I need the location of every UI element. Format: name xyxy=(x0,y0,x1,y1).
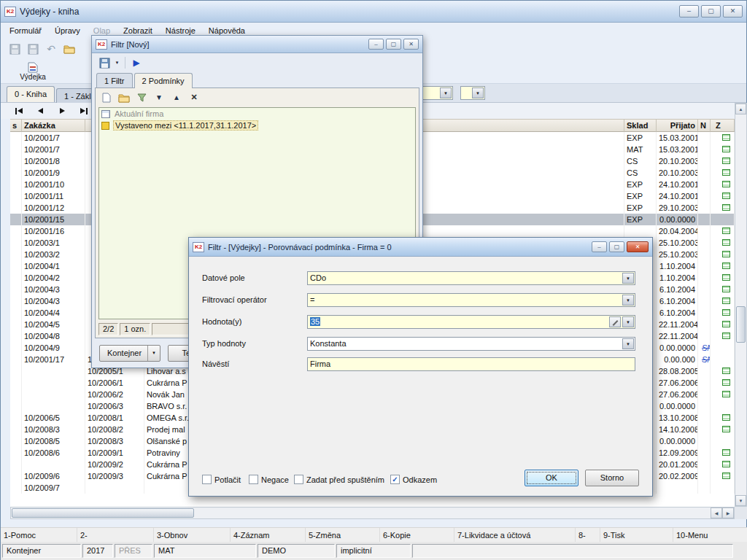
checkbox-negace[interactable]: Negace xyxy=(249,475,289,484)
save-filter-button[interactable] xyxy=(96,55,112,70)
cell-sklad: EXP xyxy=(624,132,657,144)
cell-s xyxy=(10,389,22,400)
nav-first-button[interactable] xyxy=(9,105,27,117)
operator-combo[interactable]: = ▼ xyxy=(307,293,635,307)
maximize-button[interactable]: ▢ xyxy=(386,39,401,50)
run-filter-button[interactable]: ▶ xyxy=(128,55,144,70)
column-header-zakazka[interactable]: Zakázka xyxy=(22,119,85,132)
minimize-button[interactable]: – xyxy=(592,241,607,252)
fkey-7[interactable]: 7-Likvidace a účtová xyxy=(454,528,576,542)
delete-condition-button[interactable]: ✕ xyxy=(186,90,202,105)
checkbox-zadat-pred-spustenim[interactable]: Zadat před spuštěním xyxy=(294,475,384,484)
save-all-button[interactable] xyxy=(25,42,41,56)
edit-value-button[interactable] xyxy=(609,316,621,327)
move-up-button[interactable]: ▲ xyxy=(169,90,185,105)
record-flag-icon xyxy=(722,158,730,164)
scrollbar-thumb[interactable] xyxy=(736,306,746,343)
cell-s xyxy=(10,190,22,202)
close-button[interactable]: ✕ xyxy=(403,39,419,50)
record-flag-icon xyxy=(722,274,730,281)
fkey-8[interactable]: 8- xyxy=(576,528,600,542)
condition-item[interactable]: Aktuální firma xyxy=(99,108,415,120)
scroll-up-button[interactable]: ▲ xyxy=(735,104,746,114)
chevron-down-icon[interactable]: ▼ xyxy=(622,295,634,306)
fkey-6[interactable]: 6-Kopie xyxy=(380,528,454,542)
cell-doklad: 10/2006/1 xyxy=(85,377,144,389)
minimize-button[interactable]: – xyxy=(368,39,384,50)
save-dropdown-button[interactable]: ▼ xyxy=(112,55,122,70)
column-header-prijato[interactable]: Přijato xyxy=(657,119,698,132)
chevron-down-icon[interactable]: ▼ xyxy=(147,346,156,361)
horizontal-scrollbar[interactable]: ◀ ▶ xyxy=(10,507,735,519)
tab-podminky[interactable]: 2 Podmínky xyxy=(134,73,193,88)
fkey-4[interactable]: 4-Záznam xyxy=(231,528,306,542)
statusbar-firma: DEMO xyxy=(258,544,335,558)
column-header-z[interactable]: Z xyxy=(711,119,735,132)
cell-zakazka: 10/2001/11 xyxy=(22,190,85,202)
chevron-down-icon[interactable]: ▼ xyxy=(622,273,634,284)
navesti-input[interactable]: Firma xyxy=(307,357,635,371)
hodnota-input[interactable]: 35 ▼ xyxy=(307,315,635,329)
storno-button[interactable]: Storno xyxy=(585,470,639,486)
chevron-down-icon: ▼ xyxy=(115,61,120,65)
scroll-left-button[interactable]: ◀ xyxy=(711,508,722,518)
fkey-9[interactable]: 9-Tisk xyxy=(600,528,673,542)
cell-prijato: 6.10.2004 xyxy=(657,295,698,307)
chevron-down-icon[interactable]: ▼ xyxy=(440,88,452,98)
tab-kniha[interactable]: 0 - Kniha xyxy=(7,86,55,102)
maximize-button[interactable]: ▢ xyxy=(701,5,721,18)
column-header-s[interactable]: s xyxy=(10,119,22,132)
open-condition-button[interactable] xyxy=(116,90,132,105)
vertical-scrollbar[interactable]: ▲ ▼ xyxy=(735,103,747,507)
checkbox-odkazem[interactable]: ✓Odkazem xyxy=(390,475,437,484)
nav-next-button[interactable] xyxy=(53,105,71,117)
datove-pole-combo[interactable]: CDo ▼ xyxy=(307,271,635,285)
close-button[interactable]: ✕ xyxy=(627,241,649,252)
chevron-down-icon[interactable]: ▼ xyxy=(472,88,484,98)
nav-last-button[interactable] xyxy=(75,105,93,117)
nav-prev-button[interactable] xyxy=(31,105,49,117)
maximize-button[interactable]: ▢ xyxy=(609,241,624,252)
cell-n: SN xyxy=(698,354,711,365)
column-header-n[interactable]: N xyxy=(698,119,711,132)
chevron-down-icon[interactable]: ▼ xyxy=(622,316,634,327)
menu-item-formular[interactable]: Formulář xyxy=(3,24,48,37)
tab-filtr[interactable]: 1 Filtr xyxy=(96,73,133,88)
condition-item[interactable]: Vystaveno mezi <11.1.2017,31.1.2017> xyxy=(99,120,415,131)
kontejner-button[interactable]: Kontejner ▼ xyxy=(99,345,160,362)
typ-hodnoty-combo[interactable]: Konstanta ▼ xyxy=(307,337,635,351)
menu-item-upravy[interactable]: Úpravy xyxy=(48,24,87,37)
vydejka-button[interactable]: Výdejka xyxy=(9,60,56,82)
ok-button[interactable]: OK xyxy=(525,470,578,486)
cell-zakazka: 10/2001/7 xyxy=(22,132,85,144)
cell-s xyxy=(10,330,22,342)
move-down-button[interactable]: ▼ xyxy=(151,90,167,105)
save-button[interactable] xyxy=(7,42,23,56)
cell-z xyxy=(711,132,735,144)
cell-z xyxy=(711,389,735,400)
close-button[interactable]: ✕ xyxy=(723,5,743,18)
minimize-button[interactable]: – xyxy=(679,5,699,18)
chevron-down-icon[interactable]: ▼ xyxy=(622,338,634,349)
fkey-1[interactable]: 1-Pomoc xyxy=(1,528,77,542)
cell-prijato: 0.00.0000 xyxy=(657,342,698,354)
cell-zakazka: 10/2004/4 xyxy=(22,307,85,319)
fkey-5[interactable]: 5-Změna xyxy=(306,528,380,542)
cell-z xyxy=(711,202,735,214)
new-condition-button[interactable] xyxy=(98,90,115,105)
fkey-3[interactable]: 3-Obnov xyxy=(154,528,231,542)
cell-zakazka: 10/2001/12 xyxy=(22,202,85,214)
scroll-down-button[interactable]: ▼ xyxy=(735,495,746,506)
fkey-10[interactable]: 10-Menu xyxy=(673,528,747,542)
undo-button[interactable]: ↶ xyxy=(43,42,59,56)
cell-n xyxy=(698,330,711,342)
fkey-2[interactable]: 2- xyxy=(77,528,154,542)
column-header-sklad[interactable]: Sklad xyxy=(624,119,657,132)
filter-combo-2[interactable]: ▼ xyxy=(460,86,485,100)
filter-funnel-button[interactable] xyxy=(133,90,150,105)
scroll-right-button[interactable]: ▶ xyxy=(722,508,734,518)
scrollbar-thumb[interactable] xyxy=(12,508,194,518)
checkbox-potlacit[interactable]: Potlačit xyxy=(202,475,241,484)
open-button[interactable] xyxy=(61,42,77,56)
cell-prijato: 1.10.2004 xyxy=(657,272,698,284)
